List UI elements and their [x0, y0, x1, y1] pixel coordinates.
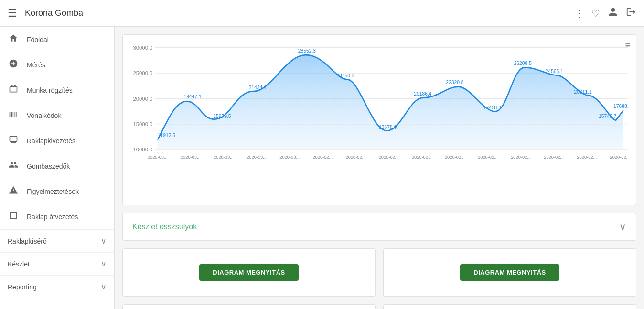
- sidebar-item-raklapkivezetes[interactable]: Raklapkivezetés: [0, 128, 114, 153]
- account-icon[interactable]: [608, 7, 618, 20]
- sidebar-item-vonalkodok[interactable]: Vonalkódok: [0, 103, 114, 128]
- logout-icon[interactable]: [626, 7, 636, 20]
- keszlet-accordion-title: Készlet összsúlyok: [132, 223, 197, 231]
- svg-text:2020-03...: 2020-03...: [279, 154, 300, 160]
- sidebar-group-label-reporting: Reporting: [8, 283, 93, 291]
- more-icon[interactable]: ⋮: [574, 8, 584, 19]
- svg-text:2020-02...: 2020-02...: [544, 154, 564, 160]
- chevron-down-icon-reporting: ∨: [101, 282, 107, 291]
- svg-text:2020-03...: 2020-03...: [148, 154, 168, 160]
- svg-text:13678.6: 13678.6: [379, 125, 397, 130]
- sidebar-item-figyelmeztetesek[interactable]: Figyelmeztetések: [0, 179, 114, 204]
- sidebar-item-gombaszedok[interactable]: Gombaszedők: [0, 153, 114, 179]
- gombafajta-accordion: Gombafajta mennyiségek ∨: [383, 304, 636, 309]
- sidebar-group-reporting[interactable]: Reporting ∨: [0, 275, 114, 298]
- svg-text:2020-02...: 2020-02...: [346, 154, 366, 160]
- warning-icon: [8, 185, 19, 197]
- topbar-actions: ⋮ ♡: [574, 7, 636, 20]
- home-icon: [8, 33, 19, 45]
- sidebar: Főoldal Mérés Munka rögzítés Vonalkódok …: [0, 27, 115, 309]
- plus-circle-icon: [8, 59, 19, 71]
- svg-text:2020-02...: 2020-02...: [478, 154, 498, 160]
- svg-text:2020-02...: 2020-02...: [312, 154, 333, 160]
- diagram-card-right: DIAGRAM MEGNYITÁS: [383, 248, 636, 297]
- svg-text:2020-02...: 2020-02...: [445, 154, 465, 160]
- svg-text:15979.5: 15979.5: [213, 114, 231, 119]
- svg-text:20611.1: 20611.1: [574, 89, 592, 95]
- gombafajta-accordion-header[interactable]: Gombafajta mennyiségek ∨: [384, 305, 636, 309]
- keszlet-accordion-header[interactable]: Készlet összsúlyok ∨: [123, 213, 636, 240]
- svg-text:2020-02...: 2020-02...: [412, 154, 432, 160]
- svg-text:17688.1: 17688.1: [613, 103, 628, 108]
- svg-text:2020-03...: 2020-03...: [214, 154, 234, 160]
- svg-text:2020-02...: 2020-02...: [577, 154, 597, 160]
- diagram-buttons-grid: DIAGRAM MEGNYITÁS DIAGRAM MEGNYITÁS: [122, 248, 636, 297]
- chevron-down-icon-raklapkisero: ∨: [101, 236, 107, 245]
- chart-menu-icon[interactable]: ≡: [625, 41, 630, 51]
- main-layout: Főoldal Mérés Munka rögzítés Vonalkódok …: [0, 27, 644, 309]
- svg-text:11912.5: 11912.5: [158, 133, 175, 138]
- chart-card: ≡ 30000.0: [122, 34, 636, 205]
- keszlet-chevron-icon: ∨: [619, 221, 626, 233]
- svg-text:26208.5: 26208.5: [514, 61, 532, 66]
- sidebar-label-raklap-atvezetes: Raklap átvezetés: [27, 213, 107, 221]
- app-title: Korona Gomba: [25, 8, 574, 18]
- sidebar-item-fooldal[interactable]: Főoldal: [0, 27, 114, 52]
- diagram-card-left: DIAGRAM MEGNYITÁS: [122, 248, 376, 297]
- svg-text:2020-02...: 2020-02...: [379, 154, 399, 160]
- svg-text:2020-02...: 2020-02...: [610, 154, 628, 160]
- people-icon: [8, 160, 19, 172]
- keszlet-accordion: Készlet összsúlyok ∨: [122, 213, 636, 241]
- sidebar-group-label-raklapkisero: Raklapkísérő: [8, 237, 93, 245]
- chart-container: 30000.0 25000.0 20000.0 15000.0 10000.0 …: [130, 43, 628, 197]
- area-chart: 30000.0 25000.0 20000.0 15000.0 10000.0 …: [130, 43, 628, 195]
- sidebar-label-meres: Mérés: [27, 61, 107, 69]
- svg-text:23750.3: 23750.3: [336, 73, 354, 78]
- diagram-open-button-left[interactable]: DIAGRAM MEGNYITÁS: [199, 264, 299, 281]
- barcode-icon: [8, 109, 19, 121]
- menu-icon[interactable]: ☰: [8, 7, 17, 20]
- svg-text:25000.0: 25000.0: [133, 70, 152, 76]
- svg-text:30000.0: 30000.0: [133, 45, 152, 51]
- svg-text:24565.1: 24565.1: [546, 69, 563, 74]
- sidebar-label-raklapkivezetes: Raklapkivezetés: [27, 137, 107, 145]
- termek-accordion-header[interactable]: Termék mennyiségek ∨: [123, 305, 375, 309]
- svg-text:20000.0: 20000.0: [133, 96, 152, 101]
- sidebar-label-fooldal: Főoldal: [27, 36, 107, 43]
- svg-text:20186.4: 20186.4: [414, 91, 431, 96]
- diagram-open-button-right[interactable]: DIAGRAM MEGNYITÁS: [460, 264, 559, 281]
- bottom-accordions-grid: Termék mennyiségek ∨ Gombafajta mennyisé…: [122, 304, 636, 309]
- sidebar-item-munka[interactable]: Munka rögzítés: [0, 77, 114, 103]
- sidebar-group-keszlet[interactable]: Készlet ∨: [0, 252, 114, 275]
- sidebar-label-vonalkodok: Vonalkódok: [27, 112, 107, 119]
- sidebar-item-meres[interactable]: Mérés: [0, 52, 114, 77]
- monitor-icon: [8, 135, 19, 147]
- svg-text:22320.8: 22320.8: [446, 80, 463, 85]
- svg-text:15000.0: 15000.0: [133, 121, 152, 127]
- svg-text:17458.4: 17458.4: [483, 105, 501, 110]
- sidebar-group-label-keszlet: Készlet: [8, 260, 93, 268]
- topbar: ☰ Korona Gomba ⋮ ♡: [0, 0, 644, 27]
- chevron-down-icon-keszlet: ∨: [101, 259, 107, 268]
- svg-text:2020-02...: 2020-02...: [511, 154, 531, 160]
- content-area: ≡ 30000.0: [115, 27, 644, 309]
- svg-text:10000.0: 10000.0: [133, 147, 152, 152]
- svg-text:2020-03...: 2020-03...: [181, 154, 201, 160]
- sidebar-group-raklapkisero[interactable]: Raklapkísérő ∨: [0, 229, 114, 252]
- svg-text:15749.7: 15749.7: [599, 114, 616, 119]
- sidebar-item-raklap-atvezetes[interactable]: Raklap átvezetés: [0, 204, 114, 229]
- favorite-icon[interactable]: ♡: [591, 8, 600, 19]
- square-icon: [8, 211, 19, 223]
- svg-text:19447.1: 19447.1: [183, 94, 201, 99]
- sidebar-label-figyelmeztetesek: Figyelmeztetések: [27, 188, 107, 195]
- termek-accordion: Termék mennyiségek ∨: [122, 304, 376, 309]
- sidebar-label-munka: Munka rögzítés: [27, 86, 107, 94]
- svg-text:2020-03...: 2020-03...: [247, 154, 267, 160]
- svg-text:21434.1: 21434.1: [249, 85, 267, 90]
- svg-text:28552.3: 28552.3: [298, 48, 316, 53]
- sidebar-label-gombaszedok: Gombaszedők: [27, 162, 107, 170]
- briefcase-icon: [8, 84, 19, 96]
